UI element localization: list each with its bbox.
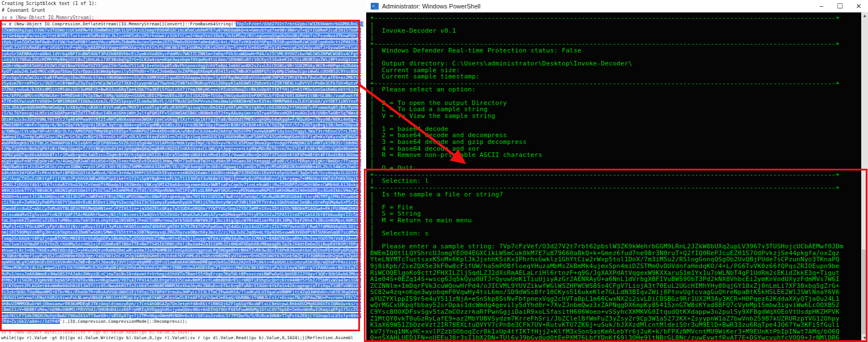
selected-base64-body: JZkW8bUXq2upLV3967v3TUSHojcUCbAEMwf0JDmB… bbox=[1, 28, 361, 318]
code-prefix: sv d (New-Object IO.Compression.DeflateS… bbox=[1, 21, 236, 27]
encoded-script-block: sv d (New-Object IO.Compression.DeflateS… bbox=[1, 21, 363, 325]
log-comment: # Covenant Grunt bbox=[2, 8, 45, 13]
powershell-window: >_ Administrator: Windows PowerShell – ☐… bbox=[366, 0, 868, 342]
log-line-while-loop: while((gv r).Value -gt 0){(gv o).Value.W… bbox=[1, 335, 353, 340]
log-title: Creating Scriptblock text (1 of 1): bbox=[2, 1, 97, 6]
scrollbar-thumb[interactable] bbox=[862, 249, 867, 334]
console-scrollbar[interactable]: ▲ ▼ bbox=[861, 12, 868, 342]
window-controls: – ☐ ✕ bbox=[812, 0, 868, 12]
maximize-button[interactable]: ☐ bbox=[831, 0, 849, 12]
selected-base64-end: 7Pd+Zvj6k2/a0d+//1dfP4P bbox=[1, 319, 60, 324]
scroll-up-icon[interactable]: ▲ bbox=[861, 12, 868, 20]
selected-base64-start: 7Vp7cFzVef/O3d27V2t7rbt62pbslW3ZK9kWehrb… bbox=[236, 21, 363, 27]
screenshot-root: Creating Scriptblock text (1 of 1): # Co… bbox=[0, 0, 868, 342]
close-button[interactable]: ✕ bbox=[849, 0, 868, 12]
minimize-button[interactable]: – bbox=[812, 0, 831, 12]
window-title: Administrator: Windows PowerShell bbox=[382, 3, 480, 10]
log-line-bytebuffer: sv b (New-Object Byte[](1024));sv r (gv … bbox=[1, 330, 193, 335]
console-output: +---------------------------------------… bbox=[366, 12, 868, 341]
script-log-pane[interactable]: Creating Scriptblock text (1 of 1): # Co… bbox=[0, 0, 366, 342]
console-area[interactable]: +---------------------------------------… bbox=[366, 12, 868, 342]
log-line-memorystream: sv o (New-Object IO.MemoryStream); bbox=[2, 15, 94, 20]
script-log-footer: sv b (New-Object Byte[](1024));sv r (gv … bbox=[1, 330, 353, 341]
powershell-icon: >_ bbox=[371, 3, 379, 10]
script-log-header: Creating Scriptblock text (1 of 1): # Co… bbox=[2, 1, 97, 21]
scroll-down-icon[interactable]: ▼ bbox=[861, 335, 868, 342]
code-suffix: ').[IO.Compression.CompressionMode]::Dec… bbox=[60, 319, 188, 324]
title-bar[interactable]: >_ Administrator: Windows PowerShell – ☐… bbox=[366, 0, 868, 12]
